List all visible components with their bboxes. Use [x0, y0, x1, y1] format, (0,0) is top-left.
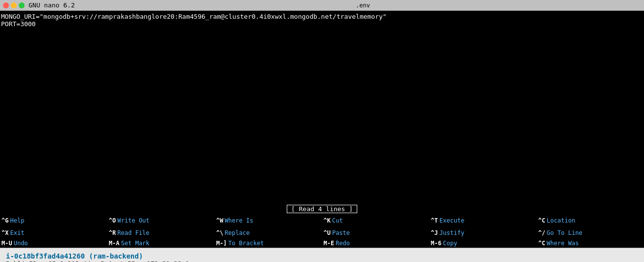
shortcut-justify[interactable]: ^J Justify — [429, 226, 537, 239]
terminal-content: MONGO_URI="mongodb+srv://ramprakashbangl… — [0, 11, 644, 30]
terminal-line-2: PORT=3000 — [1, 20, 643, 28]
status-bar: [ Read 4 lines ] — [0, 203, 644, 214]
title-bar: GNU nano 6.2 .env — [0, 0, 644, 11]
shortcut-replace[interactable]: ^\ Replace — [215, 226, 322, 239]
app-name: GNU nano 6.2 — [29, 1, 75, 9]
shortcut-bar: ^G Help ^O Write Out ^W Where Is ^K Cut … — [0, 214, 644, 248]
shortcut-paste[interactable]: ^U Paste — [322, 226, 429, 239]
minimize-button[interactable] — [11, 2, 17, 8]
shortcut-write-out[interactable]: ^O Write Out — [107, 214, 215, 226]
close-button[interactable] — [3, 2, 9, 8]
traffic-lights — [3, 2, 25, 8]
shortcut-cut[interactable]: ^K Cut — [322, 214, 429, 226]
terminal-line-1: MONGO_URI="mongodb+srv://ramprakashbangl… — [1, 13, 643, 20]
shortcut-go-to-line[interactable]: ^/ Go To Line — [537, 226, 644, 239]
shortcut-to-bracket[interactable]: M-] To Bracket — [215, 239, 322, 248]
instance-id: i-0c18bf3fad4a41260 (ram-backend) — [6, 252, 638, 260]
shortcut-execute[interactable]: ^T Execute — [429, 214, 537, 226]
shortcut-redo[interactable]: M-E Redo — [322, 239, 429, 248]
shortcut-undo[interactable]: M-U Undo — [0, 239, 107, 248]
terminal[interactable]: MONGO_URI="mongodb+srv://ramprakashbangl… — [0, 11, 644, 203]
shortcut-help[interactable]: ^G Help — [0, 214, 107, 226]
public-ip: 65.0.203.44 — [48, 260, 91, 262]
shortcut-location[interactable]: ^C Location — [537, 214, 644, 226]
maximize-button[interactable] — [19, 2, 25, 8]
ip-info: PublicIPs: 65.0.203.44 PrivateIPs: 172.3… — [6, 260, 638, 262]
shortcut-copy[interactable]: M-6 Copy — [429, 239, 537, 248]
shortcut-set-mark[interactable]: M-A Set Mark — [107, 239, 215, 248]
shortcut-where-is[interactable]: ^W Where Is — [215, 214, 322, 226]
shortcut-where-was[interactable]: ^C Where Was — [537, 239, 644, 248]
private-label: PrivateIPs: — [101, 260, 143, 262]
info-bar: i-0c18bf3fad4a41260 (ram-backend) Public… — [0, 248, 644, 262]
public-label: PublicIPs: — [6, 260, 44, 262]
private-ip: 172.31.38.1 — [147, 260, 189, 262]
shortcut-read-file[interactable]: ^R Read File — [107, 226, 215, 239]
shortcut-exit[interactable]: ^X Exit — [0, 226, 107, 239]
status-message: [ Read 4 lines ] — [287, 205, 357, 213]
file-name: .env — [85, 2, 641, 9]
